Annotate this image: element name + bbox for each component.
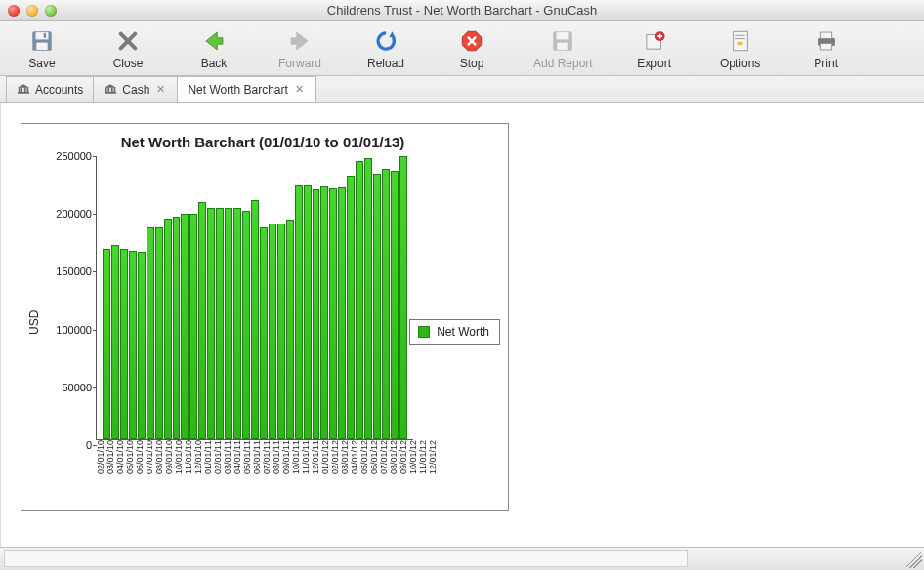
svg-rect-17 bbox=[737, 41, 742, 44]
chart-bar bbox=[364, 158, 372, 439]
chart-bar bbox=[129, 251, 137, 439]
print-icon bbox=[813, 27, 840, 55]
tabbar: AccountsCash✕Net Worth Barchart✕ bbox=[0, 76, 924, 103]
svg-rect-23 bbox=[24, 87, 26, 91]
x-tick-label: 08/01/10 bbox=[154, 440, 164, 488]
svg-rect-22 bbox=[21, 87, 22, 91]
report-content: Net Worth Barchart (01/01/10 to 01/01/13… bbox=[0, 103, 924, 547]
y-tick-label: 100000 bbox=[56, 324, 92, 336]
x-tick-label: 06/01/11 bbox=[252, 440, 262, 488]
stop-button-label: Stop bbox=[460, 57, 484, 70]
chart-bar bbox=[286, 220, 294, 439]
forward-button-label: Forward bbox=[278, 57, 321, 70]
chart-bar bbox=[173, 217, 181, 440]
svg-rect-26 bbox=[105, 87, 107, 91]
x-tick-label: 10/01/12 bbox=[408, 440, 418, 488]
svg-rect-1 bbox=[36, 32, 49, 39]
chart-bar bbox=[207, 208, 215, 439]
x-tick-label: 09/01/12 bbox=[399, 440, 408, 488]
chart-bar bbox=[189, 214, 197, 439]
tab-net-worth[interactable]: Net Worth Barchart✕ bbox=[177, 76, 315, 102]
chart-bar bbox=[155, 227, 163, 439]
chart-bar bbox=[347, 176, 355, 439]
svg-rect-2 bbox=[36, 42, 47, 49]
x-tick-label: 02/01/10 bbox=[96, 440, 105, 488]
y-tick-label: 50000 bbox=[62, 382, 92, 393]
close-icon bbox=[114, 27, 142, 55]
bank-icon bbox=[104, 83, 117, 97]
print-button[interactable]: Print bbox=[802, 27, 851, 70]
forward-button: Forward bbox=[275, 27, 324, 70]
y-axis-label: USD bbox=[25, 156, 43, 488]
chart-bar bbox=[103, 249, 110, 439]
y-tick-label: 200000 bbox=[56, 208, 92, 220]
chart-bar bbox=[382, 169, 390, 439]
x-tick-label: 07/01/10 bbox=[145, 440, 154, 488]
add-report-button-label: Add Report bbox=[533, 57, 593, 70]
chart-bar bbox=[251, 200, 259, 439]
x-axis: 02/01/1003/01/1004/01/1005/01/1006/01/10… bbox=[96, 440, 413, 488]
chart-bar bbox=[233, 208, 241, 439]
close-window-icon[interactable] bbox=[8, 5, 20, 17]
window-title: Childrens Trust - Net Worth Barchart - G… bbox=[0, 3, 924, 18]
svg-rect-21 bbox=[19, 87, 21, 91]
export-icon bbox=[641, 27, 668, 55]
svg-rect-19 bbox=[820, 32, 831, 39]
report-frame: Net Worth Barchart (01/01/10 to 01/01/13… bbox=[21, 123, 509, 511]
svg-rect-29 bbox=[114, 87, 116, 91]
x-tick-label: 06/01/10 bbox=[135, 440, 145, 488]
x-tick-label: 09/01/10 bbox=[164, 440, 174, 488]
reload-icon bbox=[372, 27, 399, 55]
x-tick-label: 06/01/12 bbox=[369, 440, 379, 488]
x-tick-label: 03/01/11 bbox=[223, 440, 232, 488]
reload-button[interactable]: Reload bbox=[361, 27, 410, 70]
tab-close-icon[interactable]: ✕ bbox=[154, 83, 167, 96]
options-button-label: Options bbox=[720, 57, 760, 70]
chart-bar bbox=[391, 171, 399, 439]
tab-cash[interactable]: Cash✕ bbox=[93, 76, 178, 102]
x-tick-label: 05/01/10 bbox=[125, 440, 135, 488]
y-tick-label: 250000 bbox=[56, 150, 92, 162]
statusbar bbox=[0, 547, 924, 570]
x-tick-label: 10/01/11 bbox=[291, 440, 301, 488]
svg-rect-24 bbox=[27, 87, 29, 91]
export-button[interactable]: Export bbox=[630, 27, 679, 70]
chart-bar bbox=[304, 185, 312, 439]
chart-bar bbox=[260, 227, 268, 439]
stop-icon bbox=[458, 27, 485, 55]
svg-rect-27 bbox=[108, 87, 110, 91]
x-tick-label: 12/01/11 bbox=[311, 440, 320, 488]
svg-rect-3 bbox=[44, 32, 46, 37]
svg-rect-28 bbox=[111, 87, 113, 91]
x-tick-label: 04/01/10 bbox=[115, 440, 125, 488]
zoom-window-icon[interactable] bbox=[45, 5, 57, 17]
print-button-label: Print bbox=[814, 57, 838, 70]
x-tick-label: 05/01/12 bbox=[359, 440, 369, 488]
chart-bar bbox=[147, 227, 154, 439]
x-tick-label: 11/01/11 bbox=[301, 440, 311, 488]
x-tick-label: 02/01/12 bbox=[330, 440, 340, 488]
stop-button[interactable]: Stop bbox=[447, 27, 496, 70]
chart-plot bbox=[96, 156, 413, 440]
svg-rect-20 bbox=[820, 43, 831, 50]
minimize-window-icon[interactable] bbox=[26, 5, 38, 17]
chart-bar bbox=[320, 186, 328, 439]
chart-bar bbox=[225, 208, 232, 439]
save-icon bbox=[28, 27, 56, 55]
legend-swatch-icon bbox=[418, 326, 430, 338]
back-button[interactable]: Back bbox=[189, 27, 238, 70]
chart-bar bbox=[216, 208, 224, 439]
x-tick-label: 11/01/10 bbox=[184, 440, 193, 488]
chart-bar bbox=[329, 188, 337, 439]
save-button[interactable]: Save bbox=[18, 27, 66, 70]
options-button[interactable]: Options bbox=[716, 27, 765, 70]
chart-bar bbox=[313, 189, 320, 439]
close-button[interactable]: Close bbox=[104, 27, 152, 70]
titlebar: Childrens Trust - Net Worth Barchart - G… bbox=[0, 0, 924, 21]
svg-rect-10 bbox=[557, 32, 569, 39]
x-tick-label: 03/01/12 bbox=[340, 440, 350, 488]
resize-grip-icon[interactable] bbox=[906, 552, 922, 568]
window-controls bbox=[8, 5, 57, 17]
tab-close-icon[interactable]: ✕ bbox=[293, 83, 306, 96]
tab-accounts[interactable]: Accounts bbox=[6, 76, 94, 102]
